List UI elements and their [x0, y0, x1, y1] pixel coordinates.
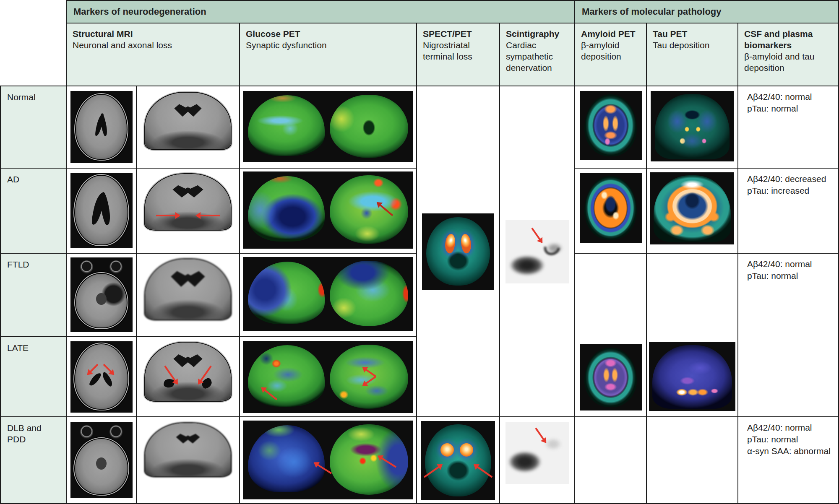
- csf-cell-ftld-late: Aβ42/40: normal pTau: normal: [738, 254, 838, 416]
- ventricles: [174, 104, 201, 117]
- row-label-ftld: FTLD: [1, 254, 66, 336]
- column-header-csf-plasma: CSF and plasma biomarkers β-amyloid and …: [738, 23, 838, 86]
- csf-line: pTau: increased: [747, 185, 835, 197]
- scintigraphy-cell-normal-to-late: [500, 86, 574, 416]
- mibg-image-normal-heart: [505, 220, 569, 283]
- mri-axial-image-normal: [70, 91, 133, 163]
- column-subtitle: Tau deposition: [653, 40, 709, 50]
- column-subtitle: β-amyloid deposition: [581, 40, 621, 61]
- brain-coronal: [145, 93, 231, 149]
- mri-axial-image-dlb: [70, 422, 133, 498]
- brain-coronal: [145, 423, 231, 476]
- column-subtitle: Nigrostriatal terminal loss: [423, 40, 472, 61]
- brain-basal: [330, 95, 408, 158]
- mri-coronal-cell-dlb: [137, 417, 239, 503]
- amyloid-cell-ftld-late: [575, 254, 646, 416]
- group-header-molecular-pathology: Markers of molecular pathology: [575, 1, 838, 23]
- brain-coronal: [145, 343, 231, 401]
- amyloid-image-ad: [580, 173, 642, 243]
- column-title: Amyloid PET: [581, 28, 641, 39]
- csf-line: Aβ42/40: decreased: [747, 173, 835, 185]
- csf-cell-dlb: Aβ42/40: normal pTau: normal α-syn SAA: …: [738, 417, 838, 503]
- tau-image-ad: [650, 172, 734, 244]
- mri-coronal-image-dlb: [143, 421, 232, 478]
- brain-axial: [76, 95, 127, 159]
- row-label-text: Normal: [7, 92, 36, 102]
- dat-brain: [426, 217, 490, 286]
- amyloid-cell-normal: [575, 86, 646, 168]
- column-header-structural-mri: Structural MRI Neuronal and axonal loss: [67, 23, 239, 86]
- brain-basal: [330, 345, 408, 409]
- column-header-glucose-pet: Glucose PET Synaptic dysfunction: [240, 23, 416, 86]
- group-header-neurodegeneration: Markers of neurodegeneration: [67, 1, 574, 23]
- spect-cell-dlb: [417, 417, 499, 503]
- tau-cell-ad: [647, 169, 737, 253]
- glucose-pet-image-dlb: [243, 421, 413, 499]
- csf-cell-ad: Aβ42/40: decreased pTau: increased: [738, 169, 838, 253]
- amyloid-image-late: [580, 344, 642, 410]
- coronal-tau-brain-positive: [654, 175, 731, 242]
- orbit-left: [80, 425, 93, 439]
- glucose-pet-image-ftld: [243, 257, 413, 331]
- red-arrow-heart: [532, 228, 541, 240]
- column-header-amyloid-pet: Amyloid PET β-amyloid deposition: [575, 23, 646, 86]
- ventricles: [176, 434, 200, 443]
- row-label-ad: AD: [1, 169, 66, 253]
- brain-lateral-hypometabolic: [248, 176, 325, 242]
- tau-cell-ftld-late: [647, 254, 737, 416]
- glucose-pet-cell-ftld: [240, 254, 416, 336]
- glucose-pet-image-normal: [243, 91, 413, 162]
- column-title: Tau PET: [653, 28, 732, 39]
- mri-axial-cell-dlb: [67, 417, 136, 503]
- row-label-text: FTLD: [7, 260, 29, 269]
- dat-brain: [425, 424, 491, 497]
- column-title: Scintigraphy: [506, 28, 569, 39]
- csf-line: Aβ42/40: normal: [747, 258, 835, 270]
- brain-axial-temporal: [75, 439, 127, 494]
- column-header-scintigraphy: Scintigraphy Cardiac sympathetic denerva…: [500, 23, 574, 86]
- csf-line: pTau: normal: [747, 434, 835, 445]
- glucose-pet-cell-dlb: [240, 417, 416, 503]
- tau-cell-normal: [647, 86, 737, 168]
- mri-axial-cell-normal: [67, 86, 136, 168]
- group-header-neurodegeneration-label: Markers of neurodegeneration: [73, 6, 206, 17]
- mri-coronal-cell-normal: [137, 86, 239, 168]
- dat-spect-image-dlb-reduced: [421, 421, 495, 500]
- mibg-image-dlb-absent-heart: [505, 422, 569, 484]
- brain-sagittal: [330, 175, 408, 244]
- brain-axial-temporal: [76, 274, 127, 327]
- csf-cell-normal: Aβ42/40: normal pTau: normal: [738, 86, 838, 168]
- glucose-pet-cell-late: [240, 337, 416, 416]
- mri-axial-image-late: [70, 341, 133, 413]
- brain-coronal: [145, 174, 231, 230]
- glucose-pet-image-ad: [243, 171, 413, 249]
- column-title: Glucose PET: [246, 28, 411, 39]
- mri-coronal-image-ftld: [143, 257, 232, 321]
- red-arrow-right-hippocampus: [200, 215, 220, 216]
- mri-axial-cell-ad: [67, 169, 136, 253]
- column-subtitle: Cardiac sympathetic denervation: [506, 40, 553, 73]
- row-label-text: DLB and PDD: [7, 423, 42, 444]
- row-label-text: LATE: [7, 343, 29, 353]
- coronal-tau-brain: [652, 345, 732, 409]
- csf-line: Aβ42/40: normal: [747, 422, 835, 434]
- csf-line: pTau: normal: [747, 103, 835, 114]
- column-title: SPECT/PET: [423, 28, 494, 39]
- coronal-tau-brain: [655, 94, 730, 159]
- mri-coronal-image-ad: [143, 172, 232, 231]
- csf-line: Aβ42/40: normal: [747, 91, 835, 103]
- amyloid-cell-ad: [575, 169, 646, 253]
- column-header-tau-pet: Tau PET Tau deposition: [647, 23, 737, 86]
- csf-line: α-syn SAA: abnormal: [747, 445, 835, 457]
- orbit-right: [109, 260, 122, 274]
- ventricles-enlarged: [172, 185, 203, 197]
- biomarker-figure-table: Markers of neurodegeneration Markers of …: [0, 0, 839, 504]
- brain-lateral-frontal-hypometabolic: [248, 262, 325, 325]
- glucose-pet-cell-normal: [240, 86, 416, 168]
- mri-coronal-cell-ad: [137, 169, 239, 253]
- column-title: Structural MRI: [73, 28, 234, 39]
- amyloid-cell-dlb-empty: [575, 417, 646, 503]
- group-header-molecular-pathology-label: Markers of molecular pathology: [582, 6, 722, 17]
- mri-coronal-image-normal: [143, 91, 232, 151]
- brain-axial: [75, 344, 127, 409]
